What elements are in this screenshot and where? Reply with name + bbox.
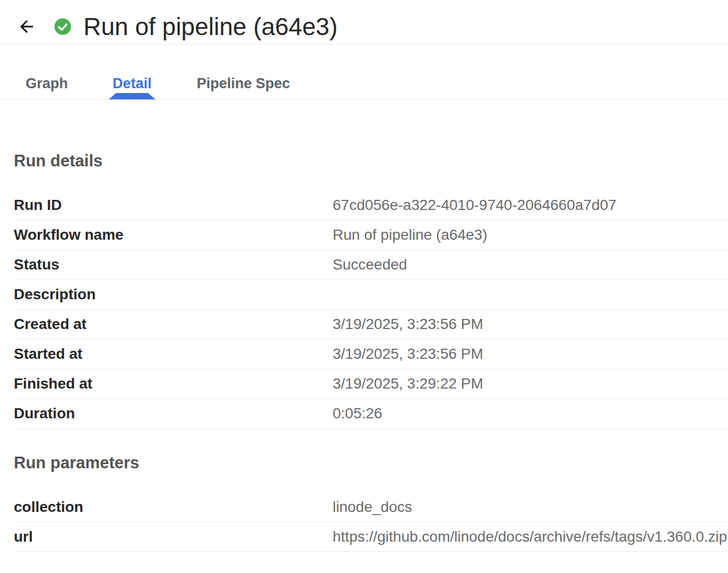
row-label: Finished at — [14, 375, 333, 392]
row-param-collection: collection linode_docs — [14, 492, 728, 522]
row-value: 3/19/2025, 3:23:56 PM — [333, 346, 483, 363]
row-label: Status — [14, 256, 333, 273]
row-description: Description — [14, 280, 728, 310]
status-success-icon — [54, 18, 72, 36]
row-value: Succeeded — [333, 256, 407, 273]
row-status: Status Succeeded — [14, 250, 728, 280]
row-label: url — [14, 528, 333, 545]
row-label: Started at — [14, 346, 333, 363]
tab-pipeline-spec[interactable]: Pipeline Spec — [175, 45, 312, 99]
row-label: Workflow name — [14, 226, 333, 243]
row-label: collection — [14, 499, 333, 516]
row-value: 0:05:26 — [333, 405, 382, 422]
tab-graph-label: Graph — [26, 77, 68, 91]
detail-pane: Run details Run ID 67cd056e-a322-4010-97… — [0, 151, 728, 552]
row-run-id: Run ID 67cd056e-a322-4010-9740-2064660a7… — [14, 191, 728, 221]
row-value: https://github.com/linode/docs/archive/r… — [333, 528, 727, 545]
row-duration: Duration 0:05:26 — [14, 399, 728, 429]
row-created-at: Created at 3/19/2025, 3:23:56 PM — [14, 310, 728, 340]
tab-bar: Graph Detail Pipeline Spec — [0, 45, 728, 100]
arrow-back-icon — [17, 17, 36, 36]
tab-pipeline-spec-label: Pipeline Spec — [197, 77, 290, 91]
row-label: Description — [14, 286, 333, 303]
row-value: 67cd056e-a322-4010-9740-2064660a7d07 — [333, 197, 616, 214]
tab-detail-label: Detail — [113, 77, 152, 91]
tab-graph[interactable]: Graph — [4, 45, 89, 99]
row-value: linode_docs — [333, 499, 412, 516]
row-started-at: Started at 3/19/2025, 3:23:56 PM — [14, 340, 728, 369]
run-details-table: Run ID 67cd056e-a322-4010-9740-2064660a7… — [0, 191, 728, 429]
tab-detail[interactable]: Detail — [89, 45, 175, 99]
row-workflow-name: Workflow name Run of pipeline (a64e3) — [14, 221, 728, 250]
row-label: Duration — [14, 405, 333, 422]
row-value: 3/19/2025, 3:23:56 PM — [333, 316, 483, 333]
row-param-url: url https://github.com/linode/docs/archi… — [14, 522, 728, 552]
section-title-run-details: Run details — [14, 151, 728, 171]
row-value: Run of pipeline (a64e3) — [333, 226, 487, 243]
row-label: Created at — [14, 316, 333, 333]
header: Run of pipeline (a64e3) — [0, 0, 728, 45]
back-button[interactable] — [17, 17, 36, 36]
row-label: Run ID — [14, 197, 333, 214]
run-parameters-table: collection linode_docs url https://githu… — [0, 492, 728, 552]
row-value: 3/19/2025, 3:29:22 PM — [333, 375, 483, 392]
page-title: Run of pipeline (a64e3) — [83, 14, 337, 39]
active-tab-indicator — [109, 93, 156, 99]
row-finished-at: Finished at 3/19/2025, 3:29:22 PM — [14, 369, 728, 399]
section-title-run-parameters: Run parameters — [14, 453, 728, 473]
run-detail-page: Run of pipeline (a64e3) Graph Detail Pip… — [0, 0, 728, 573]
